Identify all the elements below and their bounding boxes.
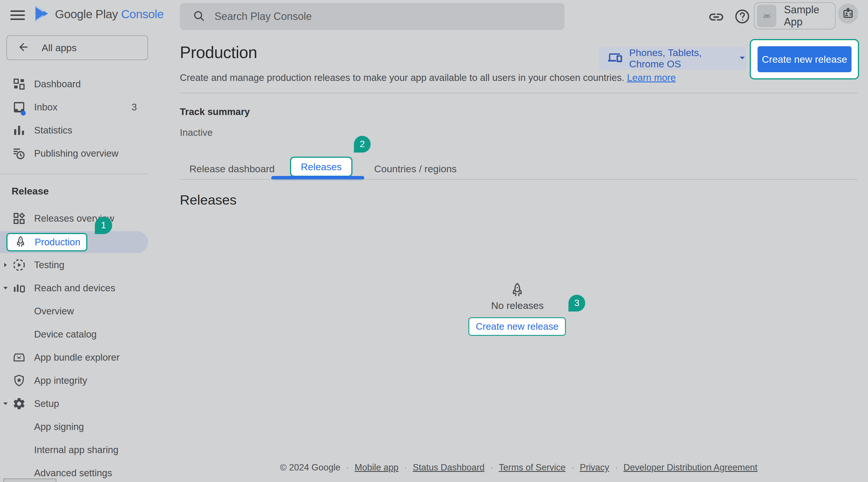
sidebar-item-overview[interactable]: Overview (0, 300, 148, 323)
footer-link-privacy[interactable]: Privacy (580, 462, 609, 473)
sidebar-item-internal-app-sharing[interactable]: Internal app sharing (0, 438, 148, 461)
sidebar-item-app-signing[interactable]: App signing (0, 415, 148, 438)
link-icon[interactable] (708, 9, 724, 27)
sidebar-item-setup[interactable]: Setup (0, 392, 148, 415)
sidebar-item-app-bundle-explorer[interactable]: App bundle explorer (0, 346, 148, 369)
sidebar-item-publishing-overview[interactable]: Publishing overview (0, 142, 148, 165)
footer-link-developer-distribution-agreement[interactable]: Developer Distribution Agreement (623, 462, 757, 473)
copyright-text: © 2024 Google (280, 462, 340, 473)
gear-icon (12, 397, 26, 411)
app-bundle-explorer-icon (12, 351, 26, 364)
sidebar-item-reach-and-devices[interactable]: Reach and devices (0, 277, 148, 300)
google-play-logo-icon (34, 5, 50, 24)
app-name-label: Sample App (784, 4, 835, 28)
tab-releases[interactable]: Releases (290, 157, 352, 177)
all-apps-label: All apps (42, 42, 76, 54)
app-selector-chip[interactable]: Sample App (754, 2, 836, 30)
chevron-right-icon[interactable] (2, 261, 9, 269)
play-console-logo: Google Play Console (34, 5, 164, 24)
tour-marker-2[interactable]: 2 (354, 136, 371, 153)
sidebar-item-statistics[interactable]: Statistics (0, 119, 148, 142)
tour-marker-3[interactable]: 3 (568, 295, 585, 312)
device-type-selector[interactable]: Phones, Tablets, Chrome OS (599, 47, 747, 70)
page-title: Production (180, 43, 257, 62)
device-type-label: Phones, Tablets, Chrome OS (629, 47, 732, 70)
sidebar-item-production[interactable]: Production (6, 233, 87, 251)
create-release-highlight: Create new release (750, 39, 859, 79)
track-summary-label: Track summary (180, 106, 250, 117)
create-new-release-empty-button[interactable]: Create new release (468, 317, 566, 336)
search-icon (192, 9, 205, 23)
partially-visible-element (3, 479, 56, 482)
footer: © 2024 Google · Mobile app · Status Dash… (180, 462, 858, 473)
back-arrow-icon (17, 41, 30, 54)
sidebar-item-dashboard[interactable]: Dashboard (0, 72, 148, 96)
footer-link-terms-of-service[interactable]: Terms of Service (499, 462, 565, 473)
inbox-count-badge: 3 (131, 102, 137, 113)
unread-dot (21, 111, 26, 116)
search-input[interactable] (215, 10, 504, 23)
id-badge-icon (841, 6, 855, 21)
no-releases-message: No releases (469, 300, 566, 311)
all-apps-button[interactable]: All apps (6, 35, 148, 60)
releases-overview-icon (12, 212, 26, 225)
tour-marker-1[interactable]: 1 (95, 217, 112, 234)
sidebar-item-inbox[interactable]: Inbox 3 (0, 96, 148, 119)
tab-countries-regions[interactable]: Countries / regions (374, 163, 457, 174)
releases-section-heading: Releases (180, 192, 237, 208)
android-app-icon (757, 5, 776, 27)
account-badge-button[interactable] (838, 3, 858, 24)
chevron-down-icon[interactable] (2, 284, 9, 292)
shield-star-icon (12, 374, 26, 387)
learn-more-link[interactable]: Learn more (627, 72, 676, 83)
statistics-icon (12, 123, 26, 137)
publishing-overview-icon (12, 147, 26, 160)
page-subtitle: Create and manage production releases to… (180, 72, 676, 83)
rocket-empty-state-icon (509, 282, 526, 300)
search-bar[interactable] (180, 3, 564, 30)
track-status-value: Inactive (180, 127, 213, 138)
testing-icon (12, 258, 26, 272)
logo-text: Google Play Console (55, 7, 164, 21)
dropdown-caret-icon (738, 54, 747, 63)
tab-release-dashboard[interactable]: Release dashboard (189, 163, 275, 174)
devices-icon (608, 50, 623, 66)
footer-link-status-dashboard[interactable]: Status Dashboard (413, 462, 485, 473)
chevron-down-icon[interactable] (2, 400, 9, 408)
help-icon[interactable] (734, 8, 751, 26)
sidebar-item-releases-overview[interactable]: Releases overview (0, 207, 148, 230)
content-divider (180, 93, 858, 93)
footer-link-mobile-app[interactable]: Mobile app (355, 462, 399, 473)
reach-devices-icon (12, 281, 26, 295)
rocket-icon (14, 235, 28, 249)
sidebar-divider (0, 174, 148, 174)
sidebar-item-app-integrity[interactable]: App integrity (0, 369, 148, 392)
sidebar-item-testing[interactable]: Testing (0, 253, 148, 277)
create-new-release-button[interactable]: Create new release (757, 46, 851, 72)
sidebar-item-device-catalog[interactable]: Device catalog (0, 323, 148, 346)
tabs-divider (180, 179, 858, 180)
dashboard-icon (12, 77, 26, 91)
release-section-label: Release (11, 186, 49, 197)
menu-icon[interactable] (10, 10, 25, 22)
